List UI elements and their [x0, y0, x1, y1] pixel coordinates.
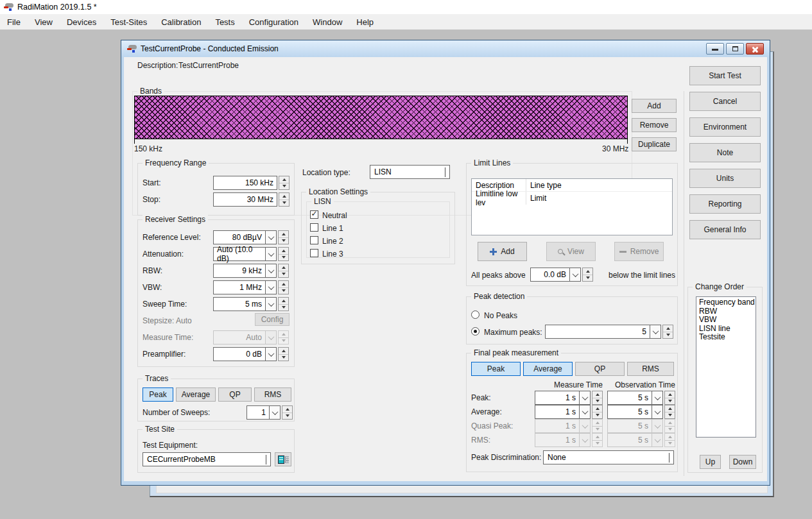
menu-test-sites[interactable]: Test-Sites — [103, 14, 154, 30]
stepsize-label: Stepsize: Auto — [143, 316, 192, 325]
stop-label: Stop: — [143, 195, 160, 204]
chevron-down-icon[interactable] — [650, 325, 661, 339]
minimize-button[interactable] — [706, 43, 724, 55]
band-add-button[interactable]: Add — [632, 99, 677, 113]
limit-view-button[interactable]: View — [546, 242, 596, 261]
fp-rms-label: RMS: — [471, 436, 490, 445]
minimize-icon — [712, 49, 718, 51]
rbw-field[interactable]: 9 kHz — [213, 264, 289, 278]
table-row[interactable]: Limitline low lev Limit — [472, 192, 672, 205]
final-peak-button[interactable]: Peak — [471, 362, 521, 376]
radio-no-peaks[interactable] — [471, 311, 479, 319]
band-duplicate-button[interactable]: Duplicate — [632, 137, 677, 151]
start-frequency-spinner[interactable] — [279, 176, 289, 190]
reference-level-field[interactable]: 80 dBµV — [213, 230, 289, 244]
stepsize-config-button[interactable]: Config — [255, 313, 289, 326]
chevron-down-icon[interactable] — [652, 405, 663, 419]
test-equipment-config-button[interactable] — [275, 452, 291, 466]
start-test-button[interactable]: Start Test — [689, 66, 761, 85]
units-button[interactable]: Units — [689, 169, 761, 188]
list-item[interactable]: VBW — [699, 316, 756, 325]
attenuation-field[interactable]: Auto (10.0 dB) — [213, 247, 289, 261]
observation-time-header: Observation Time — [607, 380, 675, 389]
band-right-tick — [627, 139, 628, 144]
note-button[interactable]: Note — [689, 143, 761, 162]
location-type-select[interactable]: LISN — [370, 165, 450, 179]
limit-lines-table[interactable]: Description Line type Limitline low lev … — [471, 178, 673, 235]
stop-frequency-spinner[interactable] — [279, 192, 289, 207]
app-titlebar: RadiMation 2019.1.5 * — [0, 0, 812, 14]
trace-rms-button[interactable]: RMS — [254, 387, 291, 402]
test-equipment-select[interactable]: CECurrentProbeMB — [143, 452, 271, 466]
menu-file[interactable]: File — [0, 14, 28, 30]
menu-tests[interactable]: Tests — [208, 14, 241, 30]
max-peaks-field[interactable]: 5 — [545, 325, 673, 339]
chevron-down-icon[interactable] — [266, 347, 277, 361]
fp-rms-observation-field: 5 s — [607, 433, 675, 447]
chevron-down-icon[interactable] — [270, 405, 281, 420]
checkbox-neutral[interactable] — [310, 210, 318, 219]
chevron-down-icon[interactable] — [266, 230, 277, 244]
chevron-down-icon[interactable] — [266, 280, 277, 294]
stop-frequency-field[interactable]: 30 MHz — [213, 192, 289, 207]
fp-peak-measure-field[interactable]: 1 s — [535, 391, 603, 405]
list-item[interactable]: Testsite — [699, 333, 756, 342]
cancel-button[interactable]: Cancel — [689, 92, 761, 111]
menu-calibration[interactable]: Calibration — [154, 14, 208, 30]
final-qp-button[interactable]: QP — [575, 362, 625, 376]
limit-add-button[interactable]: Add — [478, 242, 527, 261]
frequency-band[interactable] — [134, 96, 628, 139]
trace-peak-button[interactable]: Peak — [143, 387, 173, 402]
sweeps-field[interactable]: 1 — [246, 405, 293, 420]
maximize-icon — [732, 46, 738, 51]
menu-help[interactable]: Help — [349, 14, 381, 30]
chevron-down-icon[interactable] — [266, 247, 277, 261]
environment-button[interactable]: Environment — [689, 117, 761, 137]
trace-average-button[interactable]: Average — [176, 387, 216, 402]
band-remove-button[interactable]: Remove — [632, 118, 677, 132]
checkbox-line1[interactable] — [310, 223, 318, 232]
limit-remove-button[interactable]: Remove — [614, 242, 664, 261]
radio-max-peaks[interactable] — [471, 327, 479, 336]
maximize-button[interactable] — [726, 43, 744, 55]
chevron-down-icon — [266, 330, 277, 345]
attenuation-label: Attenuation: — [143, 250, 184, 259]
change-order-list[interactable]: Frequency band RBW VBW LISN line Testsit… — [696, 296, 756, 438]
final-average-button[interactable]: Average — [523, 362, 573, 376]
general-info-button[interactable]: General Info — [689, 220, 761, 239]
preamplifier-field[interactable]: 0 dB — [213, 347, 289, 361]
menu-view[interactable]: View — [28, 14, 60, 30]
description-label: Description: — [137, 61, 178, 70]
sweep-time-field[interactable]: 5 ms — [213, 297, 289, 311]
fp-average-observation-field[interactable]: 5 s — [607, 405, 675, 419]
dialog-titlebar[interactable]: TestCurrentProbe - Conducted Emission — [121, 40, 770, 57]
peak-discrimination-select[interactable]: None — [543, 450, 674, 464]
close-button[interactable] — [746, 43, 764, 55]
order-down-button[interactable]: Down — [729, 455, 756, 469]
fp-average-measure-field[interactable]: 1 s — [535, 405, 603, 419]
receiver-settings-label: Receiver Settings — [143, 215, 208, 224]
list-item[interactable]: RBW — [699, 307, 756, 316]
checkbox-line2[interactable] — [310, 236, 318, 244]
list-item[interactable]: Frequency band — [699, 298, 756, 307]
chevron-down-icon[interactable] — [580, 391, 591, 405]
chevron-down-icon[interactable] — [570, 268, 581, 282]
checkbox-line3[interactable] — [310, 249, 318, 257]
chevron-down-icon[interactable] — [266, 297, 277, 311]
chevron-down-icon[interactable] — [652, 391, 663, 405]
order-up-button[interactable]: Up — [700, 455, 721, 469]
fp-peak-observation-field[interactable]: 5 s — [607, 391, 675, 405]
final-rms-button[interactable]: RMS — [627, 362, 674, 376]
fp-quasi-peak-observation-field: 5 s — [607, 419, 675, 433]
menu-devices[interactable]: Devices — [60, 14, 103, 30]
chevron-down-icon[interactable] — [266, 264, 277, 278]
vbw-field[interactable]: 1 MHz — [213, 280, 289, 294]
peaks-above-field[interactable]: 0.0 dB — [530, 268, 593, 282]
menu-window[interactable]: Window — [306, 14, 349, 30]
reporting-button[interactable]: Reporting — [689, 194, 761, 214]
trace-qp-button[interactable]: QP — [218, 387, 252, 402]
chevron-down-icon[interactable] — [580, 405, 591, 419]
start-frequency-field[interactable]: 150 kHz — [213, 176, 289, 190]
list-item[interactable]: LISN line — [699, 325, 756, 334]
menu-configuration[interactable]: Configuration — [242, 14, 306, 30]
